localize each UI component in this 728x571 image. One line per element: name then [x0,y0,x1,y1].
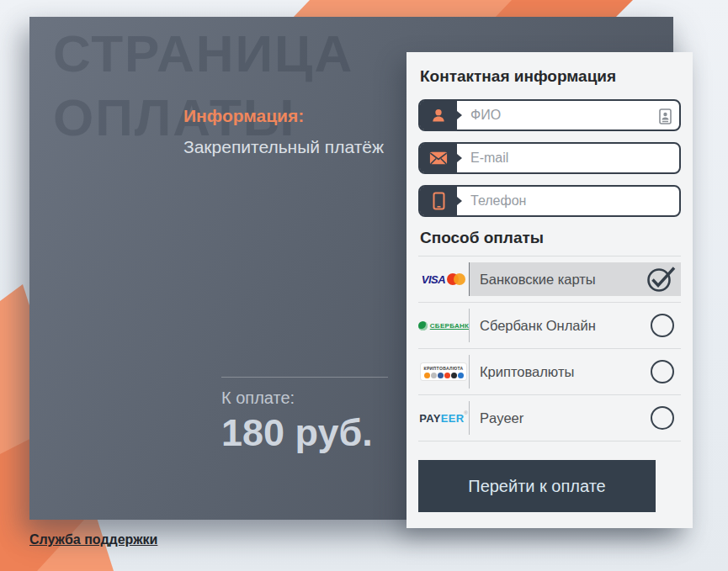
method-label: Сбербанк Онлайн [480,318,644,334]
mail-icon [420,144,457,172]
phone-field [418,185,681,217]
crypto-coins-icon [424,373,464,378]
radio-unselected[interactable] [651,406,674,430]
crypto-logo-text: КРИПТОВАЛЮТА [423,366,463,371]
person-icon [420,101,457,130]
method-row-body: Payeer [469,401,681,435]
method-label: Криптовалюты [480,364,644,380]
order-info: Информация: Закрепительный платёж [183,106,384,157]
email-input[interactable] [457,144,679,172]
method-sberbank[interactable]: СБЕРБАНК Сбербанк Онлайн [418,302,681,348]
selected-check-icon[interactable] [646,266,678,293]
order-info-label: Информация: [183,106,384,126]
method-payeer[interactable]: PAY EER ® Payeer [418,394,681,441]
contact-info-title: Контактная информация [420,67,681,86]
payment-method-title: Способ оплаты [420,229,681,247]
method-row-body: Банковские карты [469,262,681,296]
payeer-logo-dark: PAY [419,412,440,425]
crypto-logo: КРИПТОВАЛЮТА [418,363,469,380]
mastercard-icon [447,273,465,285]
method-row-body: Криптовалюты [469,355,681,389]
order-total-label: К оплате: [221,389,388,408]
autofill-contact-icon[interactable] [659,108,672,128]
fullname-input[interactable] [457,101,679,130]
phone-icon [420,187,457,215]
support-link[interactable]: Служба поддержки [29,532,157,547]
order-total: К оплате: 180 руб. [221,377,388,455]
watermark-line1: СТРАНИЦА [53,22,353,86]
order-total-value: 180 руб. [221,411,388,455]
sberbank-logo: СБЕРБАНК [418,321,469,330]
payeer-logo: PAY EER ® [418,412,469,425]
method-label: Банковские карты [480,272,639,288]
order-info-value: Закрепительный платёж [183,137,384,157]
radio-unselected[interactable] [651,360,674,383]
checkout-panel: Контактная информация [407,52,693,528]
sberbank-logo-text: СБЕРБАНК [430,322,469,330]
visa-logo-text: VISA [422,273,445,286]
payeer-logo-light: EER [441,412,465,425]
payeer-registered-mark: ® [464,410,467,415]
phone-input[interactable] [457,187,679,215]
method-crypto[interactable]: КРИПТОВАЛЮТА Криптовалюты [418,348,681,394]
payment-methods-list: VISA Банковские карты СБЕРБАНК [418,256,681,441]
method-bank-cards[interactable]: VISA Банковские карты [418,256,681,302]
method-row-body: Сбербанк Онлайн [469,309,681,342]
visa-mastercard-logo: VISA [418,273,469,286]
method-label: Payeer [480,410,644,426]
fullname-field [418,99,681,131]
email-field [418,142,681,174]
payment-page: СТРАНИЦА ОПЛАТЫ Информация: Закрепительн… [0,0,728,571]
sberbank-icon [418,321,428,330]
radio-unselected[interactable] [651,314,674,337]
proceed-to-payment-button[interactable]: Перейти к оплате [418,460,656,512]
